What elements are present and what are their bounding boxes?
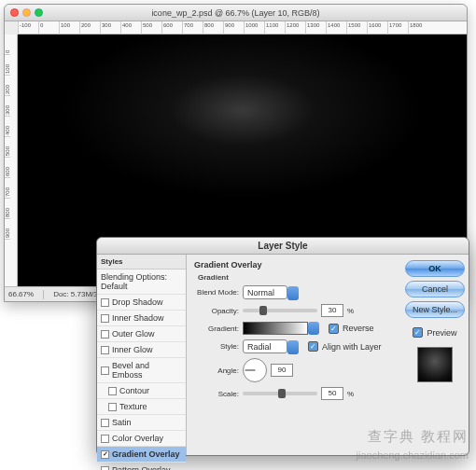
opacity-unit: % — [347, 307, 354, 315]
style-gradient-overlay[interactable]: Gradient Overlay — [97, 447, 186, 463]
reverse-checkbox[interactable] — [329, 324, 339, 334]
effect-label: Outer Glow — [112, 329, 155, 339]
scale-value[interactable]: 50 — [321, 387, 343, 400]
styles-header[interactable]: Styles — [97, 255, 186, 270]
style-contour[interactable]: Contour — [97, 383, 186, 399]
effect-label: Inner Shadow — [112, 313, 164, 323]
preview-label: Preview — [427, 328, 456, 338]
window-title: icone_wp_2.psd @ 66.7% (Layer 10, RGB/8) — [5, 8, 467, 18]
preview-checkbox[interactable] — [413, 327, 423, 338]
style-drop-shadow[interactable]: Drop Shadow — [97, 295, 186, 311]
style-label: Style: — [194, 342, 239, 351]
dialog-title: Layer Style — [97, 238, 469, 255]
effect-label: Color Overlay — [112, 434, 163, 443]
style-select[interactable]: Radial ▲▼ — [243, 339, 287, 353]
effect-label: Pattern Overlay — [112, 465, 171, 470]
gradient-overlay-panel: Gradient Overlay Gradient Blend Mode: No… — [187, 255, 401, 455]
effect-label: Satin — [112, 418, 132, 427]
opacity-value[interactable]: 30 — [321, 304, 343, 317]
checkbox-icon[interactable] — [101, 346, 109, 354]
blend-mode-label: Blend Mode: — [194, 288, 239, 297]
align-checkbox[interactable] — [308, 341, 318, 352]
align-label: Align with Layer — [322, 342, 382, 352]
zoom-level[interactable]: 66.67% — [8, 290, 34, 298]
angle-value[interactable]: 90 — [271, 364, 293, 377]
style-satin[interactable]: Satin — [97, 415, 186, 431]
ok-button[interactable]: OK — [405, 260, 465, 277]
checkbox-icon[interactable] — [101, 366, 109, 375]
layer-style-dialog: Layer Style Styles Blending Options: Def… — [96, 237, 469, 456]
watermark-en: jiaocheng.chazidian.com — [357, 449, 469, 461]
divider — [43, 290, 44, 299]
styles-list: Styles Blending Options: Default Drop Sh… — [97, 255, 187, 455]
checkbox-icon[interactable] — [101, 330, 109, 339]
scale-label: Scale: — [194, 390, 239, 398]
checkbox-icon[interactable] — [101, 450, 109, 459]
checkbox-icon[interactable] — [101, 314, 109, 323]
checkbox-icon[interactable] — [108, 387, 117, 395]
blending-label: Blending Options: Default — [101, 272, 182, 291]
effect-label: Texture — [119, 402, 147, 411]
preview-swatch — [417, 347, 453, 382]
checkbox-icon[interactable] — [101, 435, 109, 443]
angle-label: Angle: — [194, 366, 239, 375]
horizontal-ruler[interactable]: -100010020030040050060070080090010001100… — [18, 21, 467, 35]
checkbox-icon[interactable] — [101, 466, 109, 471]
effect-label: Drop Shadow — [112, 297, 163, 307]
reverse-label: Reverse — [343, 324, 374, 333]
style-inner-shadow[interactable]: Inner Shadow — [97, 311, 186, 326]
effect-label: Gradient Overlay — [112, 449, 180, 459]
style-bevel-and-emboss[interactable]: Bevel and Emboss — [97, 358, 186, 383]
opacity-label: Opacity: — [194, 307, 239, 315]
effect-label: Contour — [119, 386, 149, 395]
effect-label: Bevel and Emboss — [112, 361, 182, 380]
effect-label: Inner Glow — [112, 345, 153, 354]
scale-unit: % — [347, 390, 354, 398]
vertical-ruler[interactable]: 0100200300400500600700800900 — [5, 35, 18, 286]
style-color-overlay[interactable]: Color Overlay — [97, 431, 186, 447]
checkbox-icon[interactable] — [101, 419, 109, 427]
blend-mode-select[interactable]: Normal ▲▼ — [243, 285, 287, 299]
panel-subheading: Gradient — [198, 273, 394, 282]
chevron-updown-icon: ▲▼ — [291, 288, 297, 297]
style-pattern-overlay[interactable]: Pattern Overlay — [97, 463, 186, 470]
blending-options-default[interactable]: Blending Options: Default — [97, 270, 186, 295]
checkbox-icon[interactable] — [108, 403, 117, 411]
watermark-cn: 查字典 教程网 — [368, 428, 469, 446]
opacity-slider[interactable] — [243, 309, 317, 312]
checkbox-icon[interactable] — [101, 298, 109, 307]
cancel-button[interactable]: Cancel — [405, 281, 465, 297]
panel-heading: Gradient Overlay — [194, 260, 394, 270]
style-inner-glow[interactable]: Inner Glow — [97, 342, 186, 358]
style-texture[interactable]: Texture — [97, 399, 186, 415]
gradient-swatch[interactable] — [243, 322, 308, 335]
style-outer-glow[interactable]: Outer Glow — [97, 326, 186, 342]
gradient-label: Gradient: — [194, 325, 239, 333]
scale-slider[interactable] — [243, 392, 317, 395]
window-titlebar[interactable]: icone_wp_2.psd @ 66.7% (Layer 10, RGB/8) — [5, 5, 467, 21]
angle-dial[interactable] — [243, 358, 267, 382]
dialog-buttons: OK Cancel New Style... Preview — [401, 255, 469, 455]
new-style-button[interactable]: New Style... — [405, 301, 465, 318]
chevron-updown-icon: ▲▼ — [291, 342, 297, 352]
